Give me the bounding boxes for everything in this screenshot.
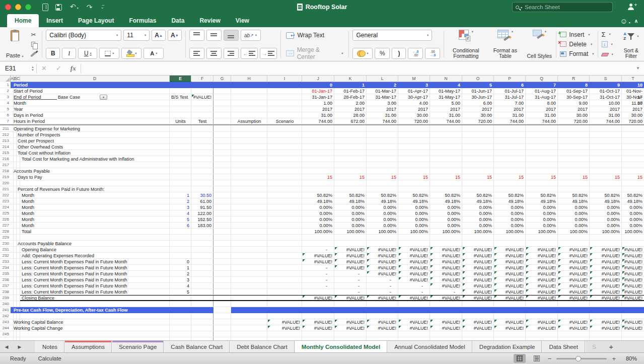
- cell-M238[interactable]: -: [398, 289, 430, 295]
- cell-L235[interactable]: #VALUE!: [367, 271, 398, 277]
- cell-P224[interactable]: 0.00%: [494, 204, 526, 210]
- cell-R4[interactable]: 9.00: [558, 100, 590, 106]
- cell-R234[interactable]: #VALUE!: [558, 265, 590, 271]
- copy-button[interactable]: [28, 40, 38, 49]
- cell-N225[interactable]: 0.00%: [430, 210, 462, 216]
- cell-N224[interactable]: 0.00%: [430, 204, 462, 210]
- column-header-K[interactable]: K: [334, 76, 367, 82]
- cell-N222[interactable]: 50.82%: [430, 192, 462, 198]
- cell-Q238[interactable]: #VALUE!: [526, 289, 558, 295]
- cell-P231[interactable]: #VALUE!: [494, 247, 526, 253]
- cell-O237[interactable]: #VALUE!: [462, 283, 494, 289]
- row-header-211[interactable]: 211: [0, 126, 9, 132]
- cell-L236[interactable]: -: [367, 277, 398, 283]
- cell-L219[interactable]: 15: [367, 174, 398, 180]
- cell-N234[interactable]: #VALUE!: [430, 265, 462, 271]
- cell-T234[interactable]: #VALUE!: [622, 265, 644, 271]
- cell-L244[interactable]: #VALUE!: [367, 325, 398, 331]
- cell-O226[interactable]: 0.00%: [462, 216, 494, 223]
- row-header-238[interactable]: 238: [0, 289, 9, 295]
- cell-Q237[interactable]: #VALUE!: [526, 283, 558, 289]
- row-label-234[interactable]: Less: Current Month Expenses Paid in Fut…: [22, 265, 127, 271]
- cell-Q231[interactable]: #VALUE!: [526, 247, 558, 253]
- cell-J234[interactable]: -: [302, 265, 334, 271]
- row-label-2[interactable]: Start of Period: [14, 88, 43, 94]
- align-left-button[interactable]: [189, 48, 204, 59]
- cell-J228[interactable]: 100.00%: [302, 229, 334, 235]
- cell-R236[interactable]: #VALUE!: [558, 277, 590, 283]
- cell-P244[interactable]: #VALUE!: [494, 325, 526, 331]
- cell-K233[interactable]: #VALUE!: [334, 259, 367, 265]
- cell-Q226[interactable]: 0.00%: [526, 216, 558, 223]
- cell-R226[interactable]: 0.00%: [558, 216, 590, 223]
- cell-J236[interactable]: -: [302, 277, 334, 283]
- cell-F224[interactable]: 91.50: [191, 204, 213, 210]
- cell-O232[interactable]: #VALUE!: [462, 253, 494, 259]
- row-label-224[interactable]: Month: [22, 204, 34, 210]
- cell-J231[interactable]: -: [302, 247, 334, 253]
- ribbon-tab-insert[interactable]: Insert: [39, 14, 70, 27]
- delete-cells-button[interactable]: Delete▾: [560, 39, 594, 49]
- cell-Q227[interactable]: 0.00%: [526, 223, 558, 229]
- minimize-window-button[interactable]: [15, 4, 21, 10]
- ribbon-tab-home[interactable]: Home: [7, 14, 39, 27]
- cell-N231[interactable]: #VALUE!: [430, 247, 462, 253]
- cell-L5[interactable]: 2017: [367, 106, 398, 112]
- cell-L237[interactable]: -: [367, 283, 398, 289]
- cell-S231[interactable]: #VALUE!: [590, 247, 622, 253]
- cell-N1[interactable]: 4: [430, 82, 462, 88]
- cell-Q7[interactable]: 744.00: [526, 118, 558, 124]
- cell-O222[interactable]: 50.82%: [462, 192, 494, 198]
- zoom-slider-thumb[interactable]: [576, 356, 581, 361]
- cell-E234[interactable]: 1: [170, 265, 191, 271]
- cell-N239[interactable]: #VALUE!: [430, 295, 462, 301]
- cell-T236[interactable]: #VALUE!: [622, 277, 644, 283]
- cell-M232[interactable]: #VALUE!: [398, 253, 430, 259]
- cell-M7[interactable]: 720.00: [398, 118, 430, 124]
- cell-Q4[interactable]: 8.00: [526, 100, 558, 106]
- row-header-236[interactable]: 236: [0, 277, 9, 283]
- percent-style-button[interactable]: %: [375, 48, 390, 59]
- row-header-218[interactable]: 218: [0, 168, 9, 174]
- cell-N6[interactable]: 31.00: [430, 112, 462, 118]
- cell-K232[interactable]: #VALUE!: [334, 253, 367, 259]
- cell-N227[interactable]: 0.00%: [430, 223, 462, 229]
- cell-K237[interactable]: -: [334, 283, 367, 289]
- row-label-4[interactable]: Month: [14, 100, 26, 106]
- cell-T4[interactable]: 11.00: [622, 100, 644, 106]
- sheet-tab-notes[interactable]: Notes: [35, 341, 64, 352]
- cell-T235[interactable]: #VALUE!: [622, 271, 644, 277]
- ribbon-tab-view[interactable]: View: [228, 14, 257, 27]
- cell-K236[interactable]: -: [334, 277, 367, 283]
- column-header-Q[interactable]: Q: [526, 76, 558, 82]
- cell-S7[interactable]: 744.00: [590, 118, 622, 124]
- cell-S244[interactable]: #VALUE!: [590, 325, 622, 331]
- row-label-232[interactable]: Add: Operating Expenses Recorded: [22, 253, 94, 259]
- row-header-233[interactable]: 233: [0, 259, 9, 265]
- cell-Q236[interactable]: #VALUE!: [526, 277, 558, 283]
- cell-M235[interactable]: #VALUE!: [398, 271, 430, 277]
- cell-F227[interactable]: 183.00: [191, 223, 213, 229]
- cell-O225[interactable]: 0.00%: [462, 210, 494, 216]
- cut-button[interactable]: ✂: [28, 30, 38, 39]
- cell-E7[interactable]: Units: [170, 118, 191, 124]
- column-header-E[interactable]: E: [170, 76, 191, 82]
- sheet-nav-forward-button[interactable]: ▶: [13, 341, 26, 352]
- format-cells-button[interactable]: Format▾: [560, 49, 594, 59]
- cell-R235[interactable]: #VALUE!: [558, 271, 590, 277]
- fill-color-button[interactable]: ▾: [121, 48, 141, 59]
- cell-J222[interactable]: 50.82%: [302, 192, 334, 198]
- sheet-nav-back-button[interactable]: ◀: [0, 341, 13, 352]
- sheet-tab-debt-balance-chart[interactable]: Debt Balance Chart: [230, 341, 294, 352]
- row-header-3[interactable]: 3: [0, 94, 9, 100]
- cell-L223[interactable]: 49.18%: [367, 198, 398, 204]
- row-header-239[interactable]: 239: [0, 295, 9, 301]
- row-label-243[interactable]: Working Capital Balance: [14, 319, 63, 325]
- cell-E236[interactable]: 3: [170, 277, 191, 283]
- cell-S6[interactable]: 31.00: [590, 112, 622, 118]
- cell-O224[interactable]: 0.00%: [462, 204, 494, 210]
- cell-E224[interactable]: 3: [170, 204, 191, 210]
- cell-F7[interactable]: Test: [191, 118, 213, 124]
- row-header-230[interactable]: 230: [0, 241, 9, 247]
- cell-Q244[interactable]: #VALUE!: [526, 325, 558, 331]
